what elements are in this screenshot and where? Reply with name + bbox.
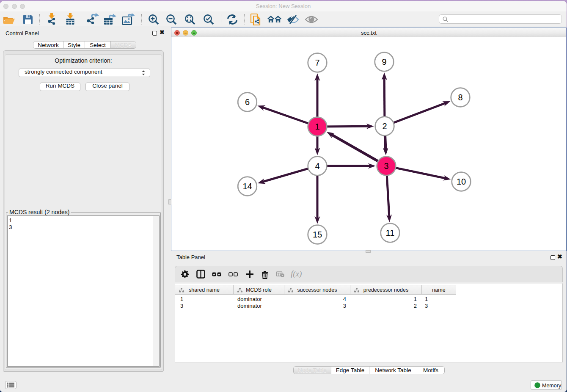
svg-text:6: 6 [245,97,250,107]
svg-text:9: 9 [382,57,386,66]
svg-text:7: 7 [315,58,319,67]
svg-text:14: 14 [242,182,252,191]
svg-text:8: 8 [458,93,462,102]
svg-text:15: 15 [313,230,322,239]
svg-text:2: 2 [382,121,387,131]
svg-text:10: 10 [457,177,466,186]
svg-text:11: 11 [386,228,395,237]
svg-text:1: 1 [315,122,319,131]
svg-text:3: 3 [384,161,388,171]
svg-text:4: 4 [315,161,319,171]
